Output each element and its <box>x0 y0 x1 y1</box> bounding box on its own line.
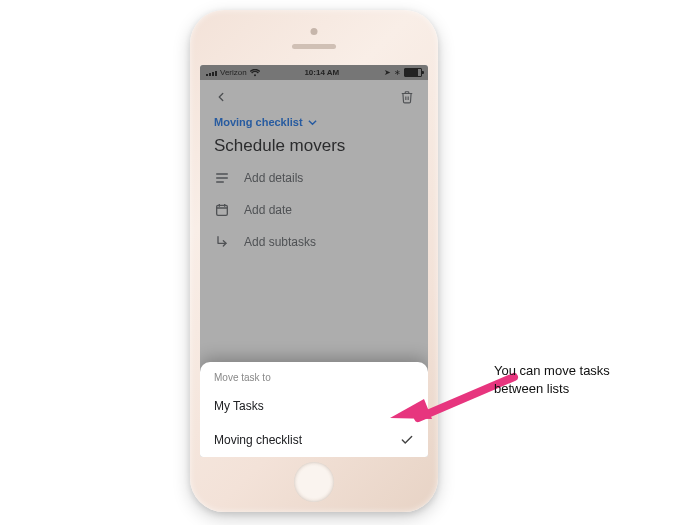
status-bar: Verizon 10:14 AM ➤ ∗ <box>200 65 428 80</box>
add-subtasks-label: Add subtasks <box>244 235 316 249</box>
app-top-bar <box>200 80 428 114</box>
sheet-option-moving-checklist[interactable]: Moving checklist <box>200 423 428 457</box>
clock: 10:14 AM <box>263 68 381 77</box>
location-icon: ➤ <box>384 68 391 77</box>
battery-icon <box>404 68 422 77</box>
sheet-header: Move task to <box>200 372 428 389</box>
task-title: Schedule movers <box>214 136 414 156</box>
annotation-text: You can move tasks between lists <box>494 362 610 397</box>
wifi-icon <box>250 69 260 77</box>
carrier-label: Verizon <box>220 68 247 77</box>
sheet-option-my-tasks[interactable]: My Tasks <box>200 389 428 423</box>
calendar-icon <box>214 202 230 218</box>
add-details-row[interactable]: Add details <box>214 170 414 186</box>
caret-down-icon <box>308 118 317 127</box>
home-button[interactable] <box>294 462 334 502</box>
list-selector-label: Moving checklist <box>214 116 303 128</box>
screen: Verizon 10:14 AM ➤ ∗ <box>200 65 428 457</box>
trash-icon[interactable] <box>398 88 416 106</box>
list-selector[interactable]: Moving checklist <box>214 116 414 128</box>
annotation-line-1: You can move tasks <box>494 362 610 380</box>
signal-icon <box>206 69 217 76</box>
front-camera <box>311 28 318 35</box>
back-icon[interactable] <box>212 88 230 106</box>
option-label: My Tasks <box>214 399 264 413</box>
svg-rect-3 <box>217 205 228 215</box>
subtask-icon <box>214 234 230 250</box>
add-date-label: Add date <box>244 203 292 217</box>
add-date-row[interactable]: Add date <box>214 202 414 218</box>
annotation-line-2: between lists <box>494 380 610 398</box>
add-details-label: Add details <box>244 171 303 185</box>
move-task-sheet: Move task to My Tasks Moving checklist <box>200 362 428 457</box>
iphone-frame: Verizon 10:14 AM ➤ ∗ <box>190 10 438 512</box>
option-label: Moving checklist <box>214 433 302 447</box>
add-subtasks-row[interactable]: Add subtasks <box>214 234 414 250</box>
speaker-grille <box>292 44 336 49</box>
bluetooth-icon: ∗ <box>394 68 401 77</box>
details-icon <box>214 170 230 186</box>
check-icon <box>400 433 414 447</box>
modal-scrim[interactable] <box>200 65 428 457</box>
